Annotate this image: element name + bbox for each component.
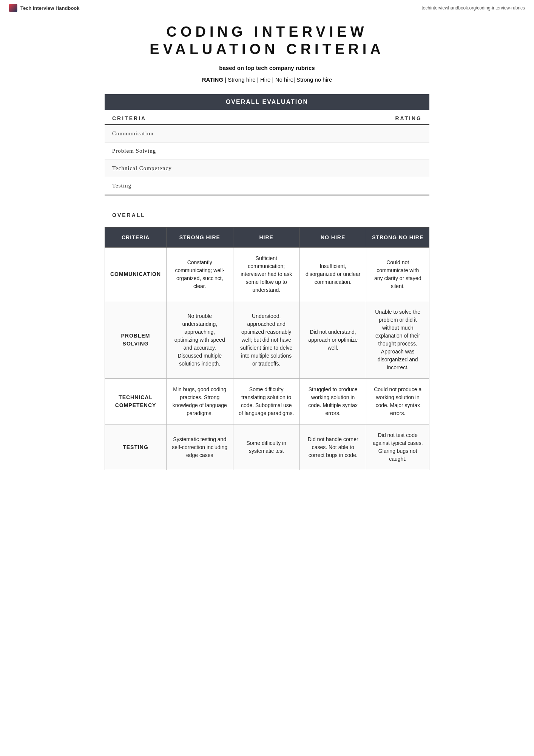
eval-row-label: Testing <box>112 183 131 189</box>
col-criteria-label: CRITERIA <box>112 115 146 121</box>
table-row-problem-solving: PROBLEM SOLVING No trouble understanding… <box>105 301 429 379</box>
topbar-url: techinterviewhandbook.org/coding-intervi… <box>422 5 525 11</box>
criteria-rating-header: CRITERIA RATING <box>105 110 429 125</box>
col-header-criteria: CRITERIA <box>105 228 167 248</box>
communication-strong-hire: Constantly communicating; well-organized… <box>167 248 233 301</box>
eval-row-technical-competency: Technical Competency <box>105 160 429 177</box>
overall-evaluation-header: OVERALL EVALUATION <box>105 94 429 110</box>
logo-icon <box>9 4 17 12</box>
eval-row-label: Problem Solving <box>112 148 156 154</box>
testing-hire: Some difficulty in systematic test <box>233 424 299 470</box>
overall-label: OVERALL <box>105 207 429 220</box>
communication-hire: Sufficient communication; interviewer ha… <box>233 248 299 301</box>
rating-options: | Strong hire | Hire | No hire| Strong n… <box>225 76 332 83</box>
criteria-testing: TESTING <box>105 424 167 470</box>
rating-label: RATING <box>202 76 223 83</box>
subtitle: based on top tech company rubrics <box>105 65 429 71</box>
table-row-communication: COMMUNICATION Constantly communicating; … <box>105 248 429 301</box>
criteria-communication: COMMUNICATION <box>105 248 167 301</box>
col-header-strong-no-hire: STRONG NO HIRE <box>366 228 429 248</box>
communication-no-hire: Insufficient, disorganized or unclear co… <box>299 248 366 301</box>
testing-no-hire: Did not handle corner cases. Not able to… <box>299 424 366 470</box>
eval-rows: Communication Problem Solving Technical … <box>105 125 429 195</box>
table-row-testing: TESTING Systematic testing and self-corr… <box>105 424 429 470</box>
problem-solving-strong-hire: No trouble understanding, approaching, o… <box>167 301 233 379</box>
rubric-table: CRITERIA STRONG HIRE HIRE NO HIRE STRONG… <box>105 227 429 470</box>
testing-strong-no-hire: Did not test code against typical cases.… <box>366 424 429 470</box>
technical-competency-strong-no-hire: Could not produce a working solution in … <box>366 379 429 424</box>
communication-strong-no-hire: Could not communicate with any clarity o… <box>366 248 429 301</box>
eval-row-label: Communication <box>112 130 154 136</box>
logo-text: Tech Interview Handbook <box>20 5 80 11</box>
overall-evaluation-section: OVERALL EVALUATION CRITERIA RATING Commu… <box>105 94 429 220</box>
col-rating-label: RATING <box>395 115 422 121</box>
rubric-header-row: CRITERIA STRONG HIRE HIRE NO HIRE STRONG… <box>105 228 429 248</box>
testing-strong-hire: Systematic testing and self-correction i… <box>167 424 233 470</box>
technical-competency-strong-hire: Min bugs, good coding practices. Strong … <box>167 379 233 424</box>
main-content: CODING INTERVIEW EVALUATION CRITERIA bas… <box>93 16 441 493</box>
problem-solving-strong-no-hire: Unable to solve the problem or did it wi… <box>366 301 429 379</box>
problem-solving-no-hire: Did not understand, approach or optimize… <box>299 301 366 379</box>
table-row-technical-competency: TECHNICAL COMPETENCY Min bugs, good codi… <box>105 379 429 424</box>
problem-solving-hire: Understood, approached and optimized rea… <box>233 301 299 379</box>
rating-line: RATING | Strong hire | Hire | No hire| S… <box>105 76 429 83</box>
eval-row-testing: Testing <box>105 177 429 195</box>
criteria-technical-competency: TECHNICAL COMPETENCY <box>105 379 167 424</box>
col-header-hire: HIRE <box>233 228 299 248</box>
eval-row-label: Technical Competency <box>112 165 172 171</box>
col-header-strong-hire: STRONG HIRE <box>167 228 233 248</box>
page-title: CODING INTERVIEW EVALUATION CRITERIA <box>105 23 429 58</box>
technical-competency-no-hire: Struggled to produce working solution in… <box>299 379 366 424</box>
eval-row-problem-solving: Problem Solving <box>105 143 429 160</box>
technical-competency-hire: Some difficulty translating solution to … <box>233 379 299 424</box>
eval-row-communication: Communication <box>105 125 429 143</box>
criteria-problem-solving: PROBLEM SOLVING <box>105 301 167 379</box>
topbar: Tech Interview Handbook techinterviewhan… <box>0 0 534 16</box>
col-header-no-hire: NO HIRE <box>299 228 366 248</box>
logo: Tech Interview Handbook <box>9 4 80 12</box>
